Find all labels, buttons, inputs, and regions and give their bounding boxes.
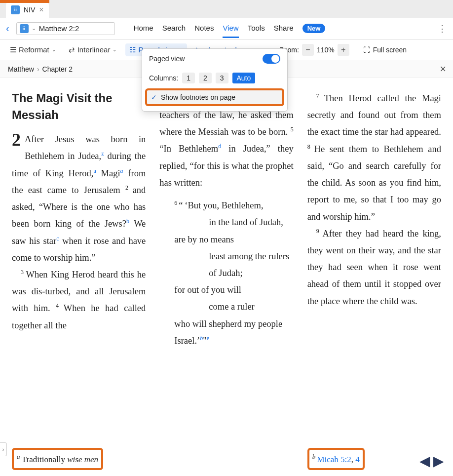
footnote-a-box[interactable]: a Traditionally wise men [12, 448, 103, 470]
nav-home[interactable]: Home [134, 24, 153, 33]
verse-7: 7 [316, 92, 324, 99]
verse-4: 4 [56, 302, 64, 309]
poetry-block: 6 “ ‘But you, Bethlehem, in the land of … [174, 197, 293, 349]
nav-bar: ‹ ⠿ ⌄ Matthew 2:2 Home Search Notes View… [0, 18, 453, 40]
tab-label: NIV [24, 6, 35, 14]
back-button[interactable]: ‹ [6, 23, 9, 34]
nav-search[interactable]: Search [162, 24, 186, 33]
reference-box[interactable]: ⠿ ⌄ Matthew 2:2 [16, 22, 115, 35]
tab-niv[interactable]: ⠿ NIV × [6, 2, 49, 18]
breadcrumb-chapter[interactable]: Chapter 2 [42, 65, 73, 73]
zoom-in-button[interactable]: + [338, 44, 349, 56]
nav-view[interactable]: View [223, 24, 238, 38]
paged-view-dropdown: Paged view Columns: 1 2 3 Auto ✓ Show fo… [142, 48, 288, 112]
zoom-out-button[interactable]: − [302, 44, 314, 56]
paragraph: 3 When King Herod heard this he was dis-… [12, 266, 146, 334]
chevron-right-icon: › [37, 65, 39, 73]
interlinear-label: Interlinear [77, 45, 111, 54]
chapter-number: 2 [12, 131, 21, 149]
breadcrumb-book[interactable]: Matthew [8, 65, 34, 73]
reformat-label: Reformat [19, 45, 49, 54]
pericope-heading: The Magi Visit the Messiah [12, 90, 146, 123]
chevron-down-icon: ⌄ [32, 25, 36, 32]
footnote-area: b Micah 5:2, 4 [307, 448, 365, 470]
reformat-button[interactable]: ☰ Reformat ⌄ [6, 43, 60, 56]
paragraph: 2 After Jesus was born in Bethlehem in J… [12, 131, 146, 266]
prev-page-button[interactable]: ◀ [419, 453, 430, 469]
verse-8: 8 [307, 143, 314, 150]
close-icon[interactable]: × [440, 63, 446, 76]
reformat-icon: ☰ [10, 45, 16, 54]
nav-notes[interactable]: Notes [194, 24, 214, 33]
paragraph: 9 After they had heard the king, they we… [307, 225, 441, 310]
nav-tools[interactable]: Tools [248, 24, 265, 33]
fullscreen-icon: ⛶ [363, 46, 370, 54]
zoom-value: 110% [317, 46, 335, 54]
verse-3: 3 [21, 269, 26, 276]
reading-pane: The Magi Visit the Messiah 2 After Jesus… [0, 78, 453, 476]
verse-9: 9 [316, 228, 323, 235]
crossref-e[interactable]: e [207, 335, 209, 342]
sidebar-expand-button[interactable]: › [0, 442, 7, 456]
chevron-down-icon: ⌄ [52, 47, 56, 52]
verse-2: 2 [125, 184, 133, 191]
dropdown-title: Paged view [149, 55, 185, 63]
pager: ◀ ▶ [419, 453, 444, 469]
text-column-3: 7 Then Herod called the Magi secretly an… [307, 90, 441, 470]
bible-icon: ⠿ [11, 5, 20, 14]
columns-1[interactable]: 1 [182, 73, 195, 83]
verse-6: 6 [174, 199, 179, 206]
kebab-menu[interactable]: ⋮ [438, 23, 447, 34]
columns-icon: ☷ [129, 45, 136, 54]
fullscreen-label: Full screen [373, 46, 407, 54]
nav-links: Home Search Notes View Tools Share New [134, 24, 326, 33]
check-icon: ✓ [151, 93, 157, 101]
verse-5: 5 [291, 126, 294, 133]
show-footnotes-option[interactable]: ✓ Show footnotes on page [145, 88, 284, 106]
dropdown-header: Paged view [142, 49, 287, 69]
columns-auto[interactable]: Auto [232, 73, 256, 83]
close-icon[interactable]: × [39, 5, 43, 14]
fullscreen-button[interactable]: ⛶ Full screen [363, 46, 407, 54]
chevron-down-icon: ⌄ [113, 47, 116, 52]
next-page-button[interactable]: ▶ [433, 453, 444, 469]
bible-icon: ⠿ [20, 24, 29, 33]
footnote-b-box[interactable]: b Micah 5:2, 4 [307, 448, 365, 470]
show-footnotes-label: Show footnotes on page [161, 93, 235, 101]
columns-row: Columns: 1 2 3 Auto [142, 69, 287, 87]
paragraph: 7 Then Herod called the Magi secretly an… [307, 90, 441, 225]
interlinear-button[interactable]: ⇄ Interlinear ⌄ [65, 43, 121, 56]
new-badge[interactable]: New [302, 24, 326, 33]
interlinear-icon: ⇄ [69, 45, 75, 54]
text-column-1: The Magi Visit the Messiah 2 After Jesus… [12, 90, 146, 470]
nav-share[interactable]: Share [274, 24, 294, 33]
columns-3[interactable]: 3 [216, 73, 228, 83]
paged-view-toggle[interactable] [263, 54, 280, 64]
footnote-area: a Traditionally wise men [12, 448, 103, 470]
columns-2[interactable]: 2 [199, 73, 212, 83]
zoom-controls: Zoom: − 110% + [279, 44, 349, 56]
reference-text: Matthew 2:2 [39, 24, 112, 33]
paragraph: teachers of the law, he asked them where… [159, 107, 293, 191]
text-column-2: teachers of the law, he asked them where… [159, 90, 293, 470]
columns-label: Columns: [149, 74, 178, 82]
highlight-bar-top [0, 0, 49, 3]
tab-bar: ⠿ NIV × [0, 0, 453, 18]
